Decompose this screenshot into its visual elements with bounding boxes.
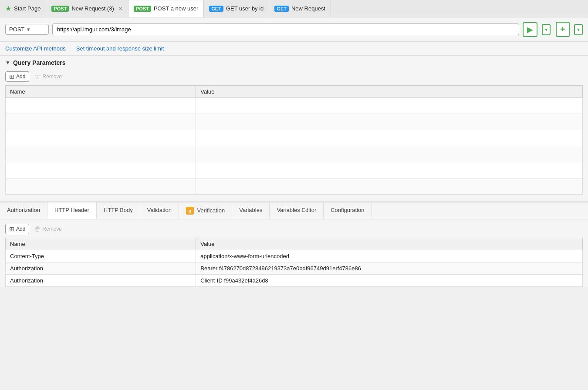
http-header-row: Content-Type application/x-www-form-urle… — [6, 250, 583, 262]
add-button-label: Add — [16, 74, 25, 80]
http-header-value-cell: Client-ID f99a432ef4a26d8 — [196, 275, 583, 287]
add-dropdown-button[interactable]: ▾ — [574, 24, 583, 35]
tab-post-new-user[interactable]: POST POST a new user — [128, 0, 204, 17]
http-header-value-cell: application/x-www-form-urlencoded — [196, 250, 583, 262]
query-param-value-input[interactable] — [196, 114, 582, 130]
http-header-value-cell: Bearer f4786270d87284962193​73a7e0bdf967… — [196, 262, 583, 275]
url-input[interactable] — [52, 24, 519, 35]
query-params-table: Name Value — [5, 85, 583, 195]
tab-label-new-request: New Request — [291, 5, 325, 12]
query-param-value-cell[interactable] — [196, 162, 583, 178]
query-param-name-cell[interactable] — [6, 130, 196, 146]
tab-get-user-by-id[interactable]: GET GET user by id — [204, 0, 269, 17]
query-param-name-input[interactable] — [6, 130, 196, 146]
tab-validation[interactable]: Validation — [140, 202, 179, 219]
col-header-name: Name — [6, 86, 196, 98]
tab-configuration[interactable]: Configuration — [324, 202, 372, 219]
header-remove-label: Remove — [42, 226, 62, 232]
tab-bar: ★ Start Page POST New Request (3) ✕ POST… — [0, 0, 588, 17]
tab-label-get-user: GET user by id — [226, 5, 264, 12]
run-play-icon: ▶ — [527, 25, 533, 34]
method-label: POST — [9, 26, 24, 33]
query-param-name-cell[interactable] — [6, 162, 196, 178]
method-selector[interactable]: POST ▾ — [5, 24, 49, 35]
links-row: Customize API methods Set timeout and re… — [0, 42, 588, 56]
star-icon: ★ — [5, 4, 11, 13]
run-arrow-icon: ▾ — [545, 27, 547, 33]
tab-new-request[interactable]: GET New Request — [269, 0, 331, 17]
verification-icon: g — [186, 207, 194, 215]
tab-variables-editor[interactable]: Variables Editor — [270, 202, 324, 219]
query-params-section: ▼ Query Parameters ⊞ Add 🗑 Remove Name V… — [0, 56, 588, 195]
query-param-name-cell[interactable] — [6, 178, 196, 195]
query-params-title: Query Parameters — [13, 59, 66, 66]
header-trash-icon: 🗑 — [34, 225, 41, 232]
query-param-value-input[interactable] — [196, 178, 582, 194]
tab-variables-label: Variables — [239, 207, 262, 213]
tab-variables[interactable]: Variables — [232, 202, 270, 219]
tab-validation-label: Validation — [147, 207, 172, 213]
bottom-tab-bar: Authorization HTTP Header HTTP Body Vali… — [0, 202, 588, 219]
tab-http-header[interactable]: HTTP Header — [47, 202, 97, 219]
query-param-row — [6, 114, 583, 130]
query-param-name-input[interactable] — [6, 178, 196, 194]
query-param-name-cell[interactable] — [6, 146, 196, 162]
query-params-remove-button[interactable]: 🗑 Remove — [34, 73, 62, 80]
query-param-value-input[interactable] — [196, 98, 582, 114]
http-header-name-cell: Authorization — [6, 262, 196, 275]
header-add-label: Add — [16, 226, 25, 232]
customize-api-link[interactable]: Customize API methods — [5, 45, 66, 52]
query-param-name-input[interactable] — [6, 114, 196, 130]
tab-http-header-label: HTTP Header — [54, 207, 89, 213]
query-param-value-cell[interactable] — [196, 98, 583, 114]
url-bar: POST ▾ ▶ ▾ + ▾ — [0, 17, 588, 42]
run-dropdown-button[interactable]: ▾ — [542, 24, 551, 35]
tab-verification-label: Verification — [197, 207, 225, 214]
query-param-value-input[interactable] — [196, 146, 582, 162]
query-params-add-button[interactable]: ⊞ Add — [5, 71, 29, 82]
trash-icon: 🗑 — [34, 73, 41, 80]
badge-post-1: POST — [51, 6, 69, 12]
query-param-name-input[interactable] — [6, 162, 196, 178]
run-button[interactable]: ▶ — [523, 22, 537, 37]
query-param-value-cell[interactable] — [196, 114, 583, 130]
badge-get-1: GET — [209, 6, 223, 12]
add-icon: ⊞ — [9, 73, 14, 80]
header-col-value: Value — [196, 238, 583, 250]
http-header-add-button[interactable]: ⊞ Add — [5, 224, 29, 234]
tab-verification[interactable]: g Verification — [179, 202, 232, 219]
http-header-table: Name Value Content-Type application/x-ww… — [5, 238, 583, 287]
query-param-row — [6, 162, 583, 178]
tab-variables-editor-label: Variables Editor — [277, 207, 316, 213]
timeout-link[interactable]: Set timeout and response size limit — [76, 45, 164, 52]
query-param-name-cell[interactable] — [6, 98, 196, 114]
query-param-value-cell[interactable] — [196, 130, 583, 146]
add-request-button[interactable]: + — [556, 22, 570, 37]
query-param-name-input[interactable] — [6, 98, 196, 114]
tab-http-body[interactable]: HTTP Body — [97, 202, 140, 219]
tab-start-page[interactable]: ★ Start Page — [0, 0, 46, 17]
add-arrow-icon: ▾ — [577, 27, 580, 33]
col-header-value: Value — [196, 86, 583, 98]
collapse-arrow-icon[interactable]: ▼ — [5, 60, 10, 66]
tab-label-post-new-user: POST a new user — [154, 5, 198, 12]
query-param-value-input[interactable] — [196, 130, 582, 146]
tab-label-new-request-3: New Request (3) — [71, 5, 114, 12]
http-header-name-cell: Authorization — [6, 275, 196, 287]
tab-close-1[interactable]: ✕ — [118, 6, 123, 12]
http-header-toolbar: ⊞ Add 🗑 Remove — [0, 219, 588, 238]
tab-authorization-label: Authorization — [7, 207, 40, 213]
query-param-value-cell[interactable] — [196, 146, 583, 162]
tab-new-request-3[interactable]: POST New Request (3) ✕ — [46, 0, 128, 17]
query-param-name-cell[interactable] — [6, 114, 196, 130]
query-param-row — [6, 146, 583, 162]
query-param-value-input[interactable] — [196, 162, 582, 178]
query-param-row — [6, 98, 583, 114]
query-param-value-cell[interactable] — [196, 178, 583, 195]
http-header-remove-button[interactable]: 🗑 Remove — [34, 225, 62, 232]
remove-button-label: Remove — [42, 74, 62, 80]
query-param-name-input[interactable] — [6, 146, 196, 162]
badge-get-2: GET — [274, 6, 289, 12]
http-header-section: ⊞ Add 🗑 Remove Name Value Content-Type a… — [0, 219, 588, 287]
tab-authorization[interactable]: Authorization — [0, 202, 47, 219]
